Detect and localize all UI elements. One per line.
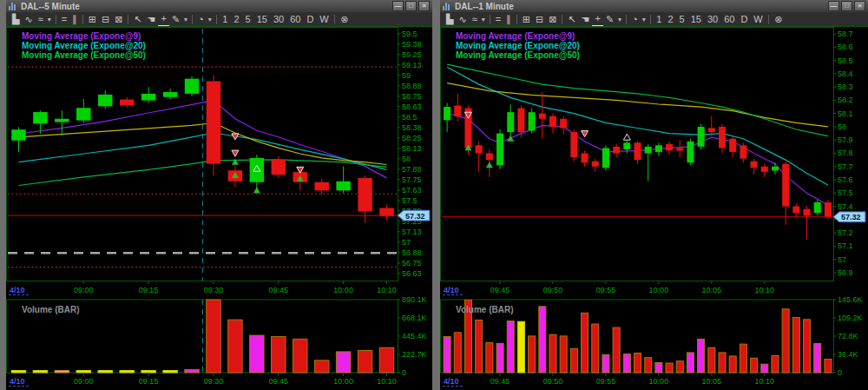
interval-60-button[interactable]: 60 xyxy=(721,14,738,24)
time-tick-label: 10:10 xyxy=(755,377,775,386)
time-tick-label: 10:05 xyxy=(702,286,722,294)
single-view-icon[interactable]: = xyxy=(59,13,69,26)
price-tick-label: 58.88 xyxy=(402,82,422,90)
interval-15-button[interactable]: 15 xyxy=(687,14,704,24)
candle-up xyxy=(655,145,662,152)
close-button[interactable]: × xyxy=(854,1,865,11)
interval-2-button[interactable]: 2 xyxy=(665,14,676,24)
draw-dropdown-icon[interactable]: ▾ xyxy=(616,13,623,26)
toolbar-separator xyxy=(192,15,193,24)
interval-5-button[interactable]: 5 xyxy=(676,14,687,24)
timeframe-clock-icon[interactable]: ◔ xyxy=(195,13,207,26)
close-button[interactable]: × xyxy=(418,1,430,11)
interval-w-button[interactable]: W xyxy=(751,14,766,24)
candle-down xyxy=(358,178,372,211)
studies-icon[interactable]: ≈ xyxy=(36,13,46,26)
price-tick-label: 57.9 xyxy=(838,136,853,144)
time-tick-label: 10:05 xyxy=(702,377,722,386)
interval-1-button[interactable]: 1 xyxy=(654,14,665,24)
style-dropdown-icon[interactable]: ▾ xyxy=(46,13,53,26)
interval-60-button[interactable]: 60 xyxy=(287,14,304,24)
candle-down xyxy=(634,142,641,160)
toolbar-separator xyxy=(516,15,517,24)
interval-30-button[interactable]: 30 xyxy=(270,14,286,24)
volume-bar xyxy=(782,309,789,373)
volume-bar xyxy=(250,335,264,373)
volume-bar xyxy=(825,359,832,373)
interval-d-button[interactable]: D xyxy=(304,14,317,24)
volume-bar xyxy=(11,371,25,373)
pause-icon[interactable]: ∥ xyxy=(69,13,80,26)
chart-window-5min: DAL--5 Minute — □ × ▙∿≈▾=∥⊞⊟⊠↖☚+✎▾◔▾1251… xyxy=(6,0,432,390)
volume-bar xyxy=(666,363,673,373)
timeframe-dropdown-icon[interactable]: ▾ xyxy=(207,13,214,26)
cursor-icon[interactable]: ↖ xyxy=(131,13,144,26)
time-tick-label: 09:45 xyxy=(269,286,289,294)
price-tick-label: 58.75 xyxy=(402,92,422,101)
minimize-button[interactable]: — xyxy=(392,1,404,11)
price-tick-label: 58.38 xyxy=(402,123,422,132)
buy-signal-icon xyxy=(232,159,239,165)
price-chart-canvas[interactable]: 58.758.658.558.458.358.258.15857.957.857… xyxy=(440,27,868,390)
single-view-icon[interactable]: = xyxy=(493,13,503,26)
candle-up xyxy=(687,142,694,162)
style-dropdown-icon[interactable]: ▾ xyxy=(480,13,487,26)
interval-30-button[interactable]: 30 xyxy=(704,14,720,24)
volume-bar xyxy=(792,318,799,373)
crosshair-icon[interactable]: + xyxy=(158,12,168,26)
candle-up xyxy=(250,158,264,182)
time-tick-label: 10:10 xyxy=(755,286,775,294)
minimize-button[interactable]: — xyxy=(828,1,839,11)
interval-2-button[interactable]: 2 xyxy=(231,14,242,24)
volume-bar xyxy=(141,371,155,373)
interval-d-button[interactable]: D xyxy=(738,14,751,24)
price-tick-label: 59.25 xyxy=(402,50,422,59)
pan-hand-icon[interactable]: ☚ xyxy=(145,13,159,26)
split-horizontal-icon[interactable]: ⊟ xyxy=(533,13,546,26)
chart-style-icon[interactable]: ▙ xyxy=(444,13,456,26)
remove-study-icon[interactable]: ⊗ xyxy=(338,13,351,26)
pan-hand-icon[interactable]: ☚ xyxy=(579,13,593,26)
title-bar[interactable]: DAL--5 Minute — □ × xyxy=(6,0,432,12)
volume-bar xyxy=(486,342,493,373)
interval-5-button[interactable]: 5 xyxy=(242,14,253,24)
volume-bar xyxy=(740,344,746,373)
split-vertical-icon[interactable]: ⊠ xyxy=(546,13,559,26)
interval-1-button[interactable]: 1 xyxy=(220,14,231,24)
timeframe-dropdown-icon[interactable]: ▾ xyxy=(641,13,648,26)
timeframe-clock-icon[interactable]: ◔ xyxy=(629,13,641,26)
chart-style-icon[interactable]: ▙ xyxy=(10,13,22,26)
time-tick-label: 09:00 xyxy=(74,286,94,294)
studies-icon[interactable]: ≈ xyxy=(470,13,480,26)
volume-bar xyxy=(163,371,177,373)
grid-layout-icon[interactable]: ⊞ xyxy=(86,13,99,26)
price-chart-canvas[interactable]: 59.559.3859.2559.135958.8858.7558.6358.5… xyxy=(6,27,432,390)
cursor-icon[interactable]: ↖ xyxy=(565,13,578,26)
split-vertical-icon[interactable]: ⊠ xyxy=(112,13,125,26)
title-bar[interactable]: DAL--1 Minute — □ × xyxy=(440,0,868,12)
volume-bar xyxy=(687,353,694,373)
candle-down xyxy=(729,139,736,152)
crosshair-icon[interactable]: + xyxy=(592,12,602,26)
line-style-icon[interactable]: ∿ xyxy=(22,13,35,26)
split-horizontal-icon[interactable]: ⊟ xyxy=(99,13,112,26)
maximize-button[interactable]: □ xyxy=(841,1,852,11)
draw-tool-icon[interactable]: ✎ xyxy=(169,13,182,26)
draw-tool-icon[interactable]: ✎ xyxy=(603,13,616,26)
volume-bar xyxy=(293,339,307,373)
time-tick-label: 09:55 xyxy=(596,377,616,386)
interval-15-button[interactable]: 15 xyxy=(253,14,270,24)
volume-bar xyxy=(582,313,589,373)
candle-down xyxy=(792,207,799,214)
pause-icon[interactable]: ∥ xyxy=(503,13,514,26)
line-style-icon[interactable]: ∿ xyxy=(456,13,469,26)
volume-bar xyxy=(185,369,199,373)
price-tick-label: 57.7 xyxy=(838,162,853,171)
toolbar-separator xyxy=(626,15,627,24)
interval-w-button[interactable]: W xyxy=(317,14,332,24)
remove-study-icon[interactable]: ⊗ xyxy=(772,13,785,26)
draw-dropdown-icon[interactable]: ▾ xyxy=(182,13,189,26)
maximize-button[interactable]: □ xyxy=(405,1,417,11)
volume-bar xyxy=(676,361,683,373)
grid-layout-icon[interactable]: ⊞ xyxy=(520,13,533,26)
